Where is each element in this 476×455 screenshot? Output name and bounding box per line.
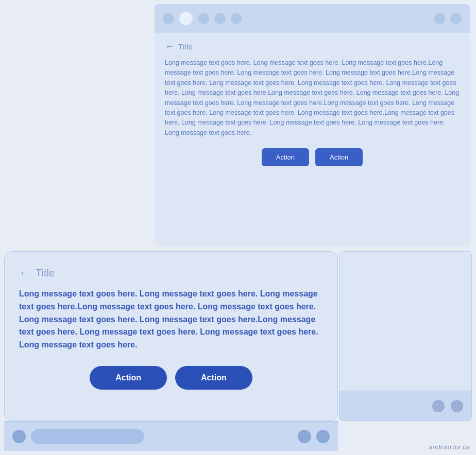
nav-pill	[31, 429, 144, 444]
top-action-button-2[interactable]: Action	[315, 148, 363, 166]
header-dot-2	[179, 12, 193, 25]
top-card: ← Title Long message text goes here. Lon…	[155, 4, 470, 246]
top-message-text: Long message text goes here. Long messag…	[165, 58, 460, 138]
header-dot-3	[198, 13, 209, 24]
bottom-back-arrow-icon[interactable]: ←	[19, 266, 30, 279]
right-dot-2	[451, 400, 463, 412]
top-title: Title	[178, 42, 193, 51]
header-dot-4	[214, 13, 226, 24]
bottom-back-row: ← Title	[19, 266, 323, 279]
bottom-card: ← Title Long message text goes here. Lon…	[4, 251, 338, 421]
top-button-row: Action Action	[165, 148, 460, 166]
top-action-button-1[interactable]: Action	[262, 148, 309, 166]
header-dot-5	[231, 13, 242, 24]
bottom-message-text: Long message text goes here. Long messag…	[19, 288, 323, 352]
right-card	[339, 251, 472, 421]
bottom-nav-bar	[4, 421, 338, 451]
right-card-bottom-bar	[339, 391, 471, 421]
top-back-row: ← Title	[165, 41, 460, 52]
top-card-header	[155, 4, 470, 33]
nav-dot-right	[316, 430, 330, 443]
bottom-action-button-1[interactable]: Action	[90, 366, 167, 390]
right-dot-1	[432, 400, 445, 412]
header-dot-right-1	[434, 13, 445, 24]
watermark: android for ca	[429, 443, 470, 451]
nav-dot-left	[12, 430, 26, 443]
top-card-body: ← Title Long message text goes here. Lon…	[155, 33, 470, 174]
header-dot-1	[163, 13, 174, 24]
bottom-title: Title	[36, 267, 55, 279]
header-dot-right-2	[450, 13, 462, 24]
bottom-button-row: Action Action	[19, 366, 323, 390]
top-back-arrow-icon[interactable]: ←	[165, 41, 174, 52]
bottom-card-content: ← Title Long message text goes here. Lon…	[5, 252, 337, 400]
nav-dot-center	[298, 430, 311, 443]
bottom-action-button-2[interactable]: Action	[175, 366, 252, 390]
